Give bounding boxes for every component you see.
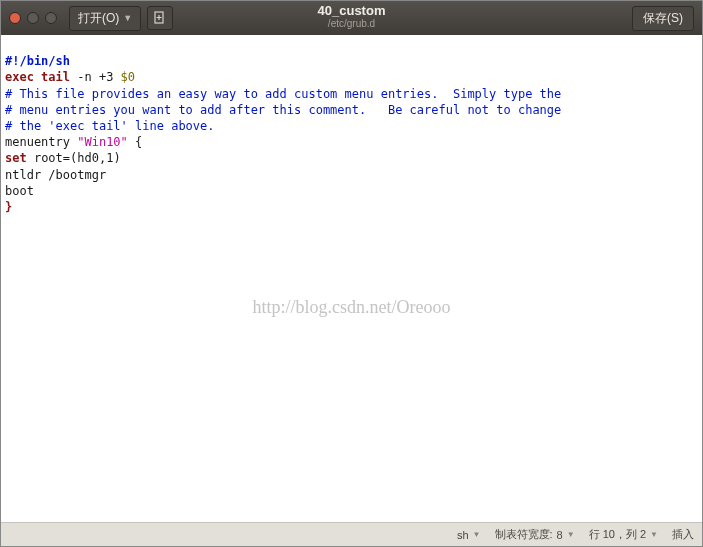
close-window-button[interactable] — [9, 12, 21, 24]
chevron-down-icon: ▼ — [567, 530, 575, 539]
code-line: # This file provides an easy way to add … — [5, 87, 561, 101]
window-titlebar: 打开(O) ▼ 40_custom /etc/grub.d 保存(S) — [1, 1, 702, 35]
cursor-position[interactable]: 行 10，列 2 ▼ — [589, 527, 658, 542]
text-editor[interactable]: #!/bin/sh exec tail -n +3 $0 # This file… — [1, 35, 702, 522]
tab-width-value: 8 — [557, 529, 563, 541]
chevron-down-icon: ▼ — [650, 530, 658, 539]
code-line: #!/bin/sh — [5, 54, 70, 68]
code-line: boot — [5, 184, 34, 198]
watermark-text: http://blog.csdn.net/Oreooo — [1, 295, 702, 319]
code-token: set — [5, 151, 27, 165]
minimize-window-button[interactable] — [27, 12, 39, 24]
code-line: ntldr /bootmgr — [5, 168, 106, 182]
open-button-label: 打开(O) — [78, 10, 119, 27]
save-button[interactable]: 保存(S) — [632, 6, 694, 31]
chevron-down-icon: ▼ — [473, 530, 481, 539]
code-token: exec tail — [5, 70, 70, 84]
new-document-icon — [153, 11, 167, 25]
code-line: # menu entries you want to add after thi… — [5, 103, 561, 117]
code-token: $0 — [121, 70, 135, 84]
code-token: menuentry — [5, 135, 77, 149]
cursor-position-label: 行 10，列 2 — [589, 527, 646, 542]
insert-mode[interactable]: 插入 — [672, 527, 694, 542]
status-bar: sh ▼ 制表符宽度: 8 ▼ 行 10，列 2 ▼ 插入 — [1, 522, 702, 546]
save-button-label: 保存(S) — [643, 11, 683, 25]
open-button[interactable]: 打开(O) ▼ — [69, 6, 141, 31]
code-line: } — [5, 200, 12, 214]
code-token: "Win10" — [77, 135, 128, 149]
code-token: root=(hd0,1) — [27, 151, 121, 165]
tab-width-label: 制表符宽度: — [495, 527, 553, 542]
language-selector[interactable]: sh ▼ — [457, 529, 481, 541]
maximize-window-button[interactable] — [45, 12, 57, 24]
code-line: # the 'exec tail' line above. — [5, 119, 215, 133]
chevron-down-icon: ▼ — [123, 13, 132, 23]
code-token: { — [128, 135, 142, 149]
tab-width-selector[interactable]: 制表符宽度: 8 ▼ — [495, 527, 575, 542]
language-label: sh — [457, 529, 469, 541]
new-tab-button[interactable] — [147, 6, 173, 30]
code-token: -n +3 — [70, 70, 121, 84]
window-controls — [9, 12, 57, 24]
insert-mode-label: 插入 — [672, 527, 694, 542]
